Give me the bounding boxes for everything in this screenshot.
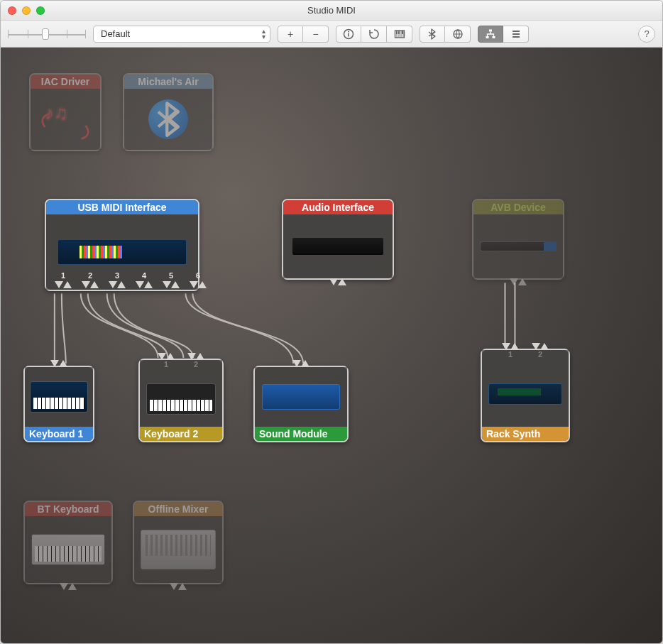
keyboard-art bbox=[31, 534, 105, 565]
port-number: 2 bbox=[88, 271, 92, 280]
keyboard-art bbox=[30, 381, 88, 413]
network-group bbox=[420, 26, 471, 43]
rescan-button[interactable] bbox=[361, 26, 387, 43]
remove-device-button[interactable]: − bbox=[303, 26, 329, 43]
port-number: 5 bbox=[169, 271, 173, 280]
device-label: Audio Interface bbox=[283, 200, 393, 214]
minimize-window-button[interactable] bbox=[22, 6, 31, 15]
bluetooth-icon bbox=[148, 99, 188, 139]
device-avb[interactable]: AVB Device bbox=[472, 199, 564, 280]
globe-icon bbox=[452, 28, 464, 40]
device-label: USB MIDI Interface bbox=[46, 200, 198, 214]
svg-rect-8 bbox=[489, 29, 492, 31]
device-audio-interface[interactable]: Audio Interface bbox=[282, 199, 394, 280]
midi-interface-art bbox=[57, 239, 187, 265]
svg-point-2 bbox=[348, 31, 349, 32]
avb-device-art bbox=[480, 241, 556, 251]
network-button[interactable] bbox=[445, 26, 471, 43]
device-label: Keyboard 1 bbox=[25, 427, 93, 441]
zoom-thumb[interactable] bbox=[42, 28, 49, 40]
window-title: Studio MIDI bbox=[1, 5, 662, 16]
device-label: Rack Synth bbox=[482, 427, 569, 441]
device-label: Michael's Air bbox=[124, 75, 212, 89]
device-keyboard-2[interactable]: 1 2 Keyboard 2 bbox=[138, 359, 224, 442]
device-offline-mixer[interactable]: Offline Mixer bbox=[133, 501, 224, 584]
graph-icon bbox=[485, 28, 496, 40]
info-button[interactable] bbox=[336, 26, 361, 43]
test-setup-button[interactable] bbox=[387, 26, 412, 43]
titlebar: Studio MIDI bbox=[1, 1, 662, 21]
info-icon bbox=[343, 28, 354, 40]
zoom-slider[interactable] bbox=[8, 28, 86, 40]
port-number: 6 bbox=[196, 271, 200, 280]
svg-rect-10 bbox=[493, 36, 495, 38]
device-bt-keyboard[interactable]: BT Keyboard bbox=[23, 501, 113, 584]
svg-rect-1 bbox=[348, 33, 349, 36]
device-label: IAC Driver bbox=[31, 75, 100, 89]
device-rack-synth[interactable]: 1 2 Rack Synth bbox=[481, 349, 570, 442]
zoom-window-button[interactable] bbox=[36, 6, 45, 15]
configuration-selected: Default bbox=[101, 28, 130, 39]
configuration-select[interactable]: Default ▴▾ bbox=[93, 26, 270, 43]
list-view-button[interactable] bbox=[503, 26, 529, 43]
graph-view-button[interactable] bbox=[478, 26, 503, 43]
music-notes-icon bbox=[40, 99, 90, 139]
device-sound-module[interactable]: Sound Module bbox=[253, 366, 349, 442]
device-label: Keyboard 2 bbox=[140, 427, 222, 441]
minus-icon: − bbox=[312, 28, 318, 40]
bluetooth-icon bbox=[427, 28, 438, 40]
device-label: BT Keyboard bbox=[25, 502, 111, 516]
toolbar: Default ▴▾ + − bbox=[1, 21, 662, 48]
device-bluetooth-network[interactable]: Michael's Air bbox=[123, 73, 214, 151]
svg-rect-9 bbox=[486, 36, 489, 38]
piano-icon bbox=[394, 28, 405, 40]
port-number: 1 bbox=[61, 271, 65, 280]
traffic-lights bbox=[1, 6, 45, 15]
audio-interface-art bbox=[292, 237, 385, 256]
rack-synth-art bbox=[488, 383, 562, 405]
refresh-icon bbox=[368, 28, 380, 40]
bluetooth-button[interactable] bbox=[420, 26, 445, 43]
chevron-updown-icon: ▴▾ bbox=[262, 28, 265, 40]
device-label: AVB Device bbox=[473, 200, 563, 214]
device-label: Offline Mixer bbox=[134, 502, 222, 516]
device-keyboard-1[interactable]: Keyboard 1 bbox=[23, 366, 94, 442]
device-iac-driver[interactable]: IAC Driver bbox=[29, 73, 102, 151]
app-window: Studio MIDI Default ▴▾ + − bbox=[0, 0, 663, 644]
device-label: Sound Module bbox=[255, 427, 347, 441]
midi-studio-canvas[interactable]: IAC Driver Michael's Air USB MIDI Interf… bbox=[1, 48, 662, 643]
list-icon bbox=[510, 28, 522, 40]
help-button[interactable]: ? bbox=[638, 26, 655, 43]
device-actions-group bbox=[336, 26, 412, 43]
sound-module-art bbox=[262, 384, 341, 410]
view-mode-group bbox=[478, 26, 529, 43]
add-device-button[interactable]: + bbox=[278, 26, 303, 43]
svg-rect-6 bbox=[402, 31, 403, 34]
mixer-art bbox=[141, 530, 215, 569]
close-window-button[interactable] bbox=[8, 6, 16, 15]
device-usb-midi-interface[interactable]: USB MIDI Interface 1 2 3 4 5 6 bbox=[45, 199, 199, 291]
add-remove-group: + − bbox=[278, 26, 329, 43]
plus-icon: + bbox=[287, 28, 293, 40]
help-icon: ? bbox=[644, 28, 649, 39]
keyboard-art bbox=[146, 383, 217, 415]
svg-rect-5 bbox=[398, 31, 400, 34]
port-number: 3 bbox=[115, 271, 119, 280]
port-number: 4 bbox=[142, 271, 146, 280]
svg-rect-4 bbox=[396, 31, 398, 34]
